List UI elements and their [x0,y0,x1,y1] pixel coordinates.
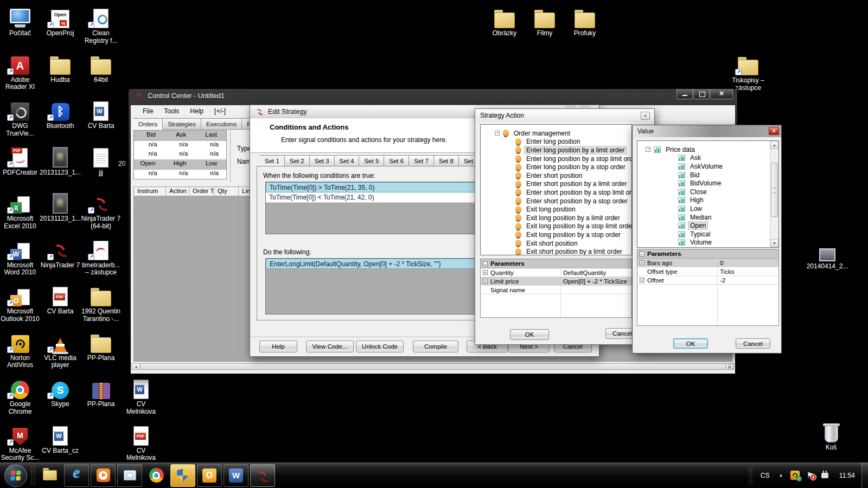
parameters-header[interactable]: - Parameters [481,259,631,268]
set-tab[interactable]: Set 6 [384,155,409,166]
tree-item[interactable]: AskVolume [637,162,778,171]
action-center-icon[interactable] [806,471,813,479]
tree-item[interactable]: Volume [637,239,778,247]
desktop-icon[interactable]: 20140414_2... [807,237,847,284]
menu-item[interactable]: File [137,105,158,117]
resize-grip[interactable] [727,363,734,370]
taskbar-button[interactable] [224,464,248,487]
expand-box[interactable] [483,287,488,292]
cancel-button[interactable]: Cancel [736,338,770,349]
parameter-row[interactable]: + Quantity DefaultQuantity [481,268,631,277]
parameter-row[interactable]: + Offset -2 [637,276,778,285]
taskbar-button[interactable] [117,464,142,487]
close-button[interactable] [769,127,779,135]
window-titlebar[interactable]: Control Center - Untitled1 [134,92,225,100]
set-tab[interactable]: Set 8 [434,155,459,166]
set-tab[interactable]: Set 2 [285,155,310,166]
expand-box[interactable]: + [640,260,644,265]
desktop-icon[interactable]: Microsoft Word 2010 [0,236,40,283]
tree-item[interactable]: Enter long position [481,138,631,146]
set-tab[interactable]: Set 4 [335,155,360,166]
desktop-icon[interactable]: Adobe Reader XI [0,51,40,98]
tree-item[interactable]: Exit long position by a stop order [481,230,631,239]
desktop-icon[interactable]: OpenProj [40,4,80,51]
desktop-icon[interactable]: CV Barta [40,282,80,329]
scrollbar-thumb[interactable] [771,163,778,217]
collapse-expander[interactable] [646,147,650,152]
expand-box[interactable]: + [640,278,644,282]
menu-item[interactable]: [+/-] [209,105,231,117]
taskbar-button[interactable] [250,464,275,487]
power-plug-icon[interactable] [821,473,828,478]
tree-item[interactable]: High [637,196,778,205]
column-header[interactable]: Instrum [134,187,166,196]
tab[interactable]: Strategies [163,118,201,130]
taskbar-button[interactable] [37,464,62,487]
desktop-icon[interactable]: jjj [81,144,121,190]
vertical-scrollbar[interactable] [770,141,778,247]
desktop-icon[interactable]: NinjaTrader 7 (64-bit) [81,190,121,236]
tree-item[interactable]: Exit short position by a limit order [481,247,631,255]
wizard-button[interactable]: Compile [413,341,458,352]
tree-item[interactable]: Exit long position by a stop limit order [481,222,631,231]
recycle-bin-icon[interactable]: Koš [811,419,851,465]
menu-item[interactable]: Help [184,105,209,117]
show-desktop-button[interactable] [861,463,868,488]
desktop-icon[interactable]: CV Melnikova [121,375,161,422]
tree-item[interactable]: Ask [637,154,778,163]
tree-root[interactable]: Price data [637,145,778,154]
parameter-row[interactable]: Offset type Ticks [637,267,778,276]
ok-button[interactable]: OK [673,338,708,349]
taskbar-button[interactable] [170,464,195,487]
desktop-icon[interactable]: PP-Plana [81,329,121,376]
desktop-icon[interactable]: Google Chrome [0,375,40,422]
desktop-icon[interactable]: Norton AntiVirus [0,329,40,376]
tree-item[interactable]: Exit short position [481,239,631,248]
scroll-left-arrow[interactable] [132,363,140,370]
tree-item[interactable]: Open [637,221,778,230]
desktop-icon[interactable]: PDFCreator [0,144,40,190]
close-button[interactable] [710,89,733,99]
scrollbar-thumb[interactable] [140,363,726,370]
tab[interactable]: Orders [133,118,163,130]
scroll-down-arrow[interactable] [770,239,778,247]
tree-item[interactable]: Enter long position by a stop limit orde… [481,155,631,163]
scroll-up-arrow[interactable] [770,141,778,149]
desktop-icon[interactable]: NinjaTrader 7 [40,236,80,283]
tree-item[interactable]: Bid [637,171,778,179]
taskbar-button[interactable] [197,464,222,487]
desktop-icon[interactable]: timetraderb... – zástupce [81,236,121,283]
expand-box[interactable]: + [483,270,488,275]
set-tab[interactable]: Set 7 [409,155,434,166]
set-tab[interactable]: Set 1 [260,155,285,167]
tree-item[interactable]: Typical [637,230,778,239]
desktop-icon[interactable]: Microsoft Excel 2010 [0,190,40,236]
close-button[interactable] [641,112,650,120]
parameter-row[interactable]: + Limit price Open[0] + -2 * TickSize [481,277,631,286]
tree-item[interactable]: Exit long position by a limit order [481,214,631,222]
desktop-icon[interactable]: CV Barta [81,97,121,144]
desktop-icon[interactable]: Microsoft Outlook 2010 [0,282,40,329]
desktop-icon[interactable]: CV Melnikova [121,422,161,468]
taskbar-button[interactable] [144,464,169,487]
horizontal-scrollbar[interactable] [131,363,735,370]
tree-item[interactable]: Enter short position by a limit order [481,180,631,189]
language-indicator[interactable]: CS [756,472,775,479]
wizard-button[interactable]: Help [259,341,297,352]
security-status-icon[interactable] [790,471,800,480]
minimize-button[interactable] [676,89,693,99]
desktop-icon[interactable]: 1992 Quentin Tarantino -... [81,282,121,329]
column-header[interactable]: Order T [189,187,214,196]
tab[interactable]: Executions [201,118,242,130]
desktop-icon[interactable]: Hudba [40,51,80,98]
collapse-expander[interactable]: - [483,261,488,266]
expand-box[interactable] [640,269,644,274]
desktop-icon[interactable]: DWG TrueVie... [0,97,40,144]
desktop-icon[interactable]: Skype [40,375,80,422]
desktop-icon[interactable]: Obrázky [484,4,525,51]
column-header[interactable]: Action [166,187,189,196]
desktop-icon[interactable]: Počítač [0,4,40,51]
parameters-header[interactable]: - Parameters [637,249,778,259]
collapse-expander[interactable]: - [640,252,644,256]
tree-item[interactable]: Median [637,213,778,222]
